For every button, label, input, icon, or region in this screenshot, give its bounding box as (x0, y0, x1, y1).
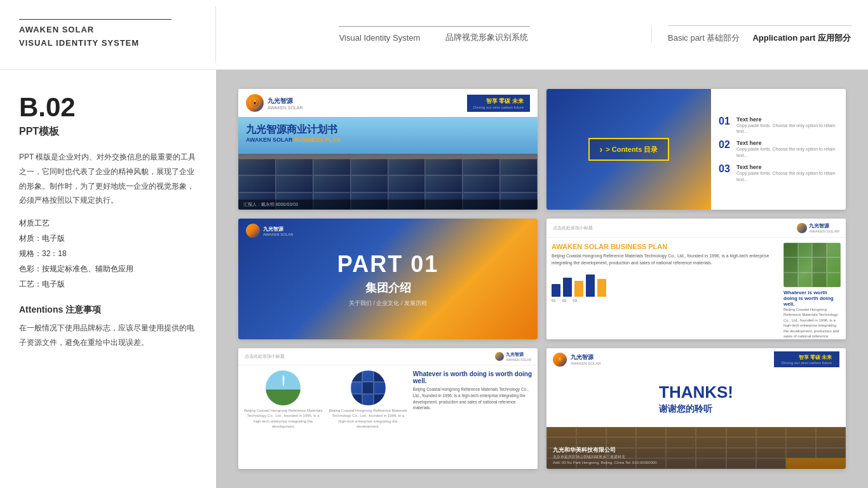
bar-4 (586, 274, 595, 297)
header-center: Visual Identity System 品牌视觉形象识别系统 (216, 26, 652, 43)
slide1-banner-sub: Driving our zero carbon future (473, 105, 524, 109)
slide4-main-title: AWAKEN SOLAR BUSINESS PLAN (552, 243, 778, 250)
contents-item3-text: Text here Copy paste fonts. Choose the o… (736, 164, 838, 183)
slide5-person2: Beijing Coastal Hongrong Reference Mater… (328, 370, 407, 464)
part-label: PART 01 (337, 251, 438, 278)
slide4-logo-en: AWAKEN SOLAR (809, 229, 839, 233)
nav-brand-system[interactable]: 品牌视觉形象识别系统 (445, 32, 528, 43)
slide6-banner: 智享 零碳 未来 Driving our zero carbon future (774, 351, 839, 367)
section-title: PPT模板 (19, 125, 197, 139)
header-center-nav: Visual Identity System 品牌视觉形象识别系统 (339, 32, 529, 43)
aerial-grid (783, 243, 841, 287)
slide4-text-col: AWAKEN SOLAR BUSINESS PLAN Beijing Coast… (552, 243, 778, 339)
material-type: 材质：电子版 (19, 231, 197, 246)
slide6-footer: 九光和华美科技有限公司 北京市延庆区张山营镇刘斌堡乡三道梁村北 Add: 00 … (546, 427, 846, 470)
material-size: 规格：32：18 (19, 246, 197, 261)
nav-visual-identity[interactable]: Visual Identity System (339, 33, 421, 43)
header-right-nav: Basic part 基础部分 Application part 应用部分 (668, 32, 852, 44)
slide1-header: 九光智源 AWAKEN SOLAR 智享 零碳 未来 Driving our z… (238, 89, 538, 117)
part-nav: 关于我们 / 企业文化 / 发展历程 (349, 299, 427, 308)
slide5-person1: ✳ Beijing Coastal Hongrong Reference Mat… (243, 370, 323, 464)
header-right-container: Basic part 基础部分 Application part 应用部分 (652, 25, 868, 44)
section-desc: PPT 模版是企业对内、对外交换信息的最重要的工具之一，它同时也代表了企业的精神… (19, 150, 197, 208)
slide-bp-detail: 点击此处添加小标题 九光智源 AWAKEN SOLAR AWAKEN SOLAR (546, 219, 846, 339)
slide5-logo-cn: 九光智源 (506, 351, 531, 358)
slide-thanks: 九光智源 AWAKEN SOLAR 智享 零碳 未来 Driving our z… (546, 348, 846, 469)
slide4-legend: 01 02 03 (552, 299, 778, 302)
slide5-content: ✳ Beijing Coastal Hongrong Reference Mat… (238, 365, 538, 469)
slide4-logo-icon (797, 223, 807, 233)
arrow-icon: › (600, 144, 603, 154)
slide1-logo: 九光智源 AWAKEN SOLAR (246, 94, 303, 112)
slide-business-plan-cover: 九光智源 AWAKEN SOLAR 智享 零碳 未来 Driving our z… (238, 89, 538, 210)
bar-1 (552, 284, 560, 297)
slide4-header: 点击此处添加小标题 九光智源 AWAKEN SOLAR (546, 219, 846, 238)
header-center-line (339, 26, 529, 27)
header-right-line (668, 25, 852, 26)
material-color: 色彩：按规定标准色、辅助色应用 (19, 261, 197, 276)
slide1-image-area: 九光智源商业计划书 AWAKEN SOLAR BUSINESS PLAN (238, 117, 538, 210)
slide1-title-area: 九光智源商业计划书 AWAKEN SOLAR BUSINESS PLAN (246, 123, 341, 143)
bar-5 (597, 279, 606, 297)
header-divider (19, 19, 172, 20)
contents-item-1: 01 Text here Copy paste fonts. Choose th… (719, 116, 838, 135)
slide3-logo-icon (246, 224, 260, 238)
header-left: AWAKEN SOLAR VISUAL IDENTITY SYSTEM (0, 6, 216, 63)
contents-item2-text: Text here Copy paste fonts. Choose the o… (736, 140, 838, 159)
slide4-content: AWAKEN SOLAR BUSINESS PLAN Beijing Coast… (546, 238, 846, 339)
slide1-banner: 智享 零碳 未来 Driving our zero carbon future (467, 95, 530, 112)
slide6-header: 九光智源 AWAKEN SOLAR 智享 零碳 未来 Driving our z… (546, 348, 846, 370)
slide1-footer: 汇报人：戴永明 8000/03/03 (238, 200, 538, 210)
slide6-middle: THANKS! 谢谢您的聆听 (546, 370, 846, 427)
slide5-logo: 九光智源 AWAKEN SOLAR (495, 351, 531, 362)
slide5-person1-text: Beijing Coastal Hongrong Reference Mater… (243, 408, 323, 430)
slide6-logo-text: 九光智源 AWAKEN SOLAR (571, 353, 601, 365)
contents-button: › > Contents 目录 (588, 138, 670, 161)
main-content: B.02 PPT模板 PPT 模版是企业对内、对外交换信息的最重要的工具之一，它… (0, 70, 868, 488)
slide2-left: › > Contents 目录 (546, 89, 711, 210)
contents-item1-text: Text here Copy paste fonts. Choose the o… (736, 116, 838, 135)
slide4-logo: 九光智源 AWAKEN SOLAR (797, 222, 839, 233)
bar-2 (563, 278, 572, 297)
part-subtitle: 集团介绍 (365, 280, 411, 295)
slide5-main-text: Whatever is worth doing is worth doing w… (413, 370, 532, 464)
attentions-desc: 在一般情况下使用品牌标志，应该尽量使用提供的电子资源文件，避免在重绘中出现误差。 (19, 321, 197, 350)
slide-part01: 九光智源 AWAKEN SOLAR PART 01 集团介绍 关于我们 / 企业… (238, 219, 538, 339)
slide1-logo-text: 九光智源 AWAKEN SOLAR (268, 97, 303, 110)
slide3-logo-area: 九光智源 AWAKEN SOLAR (246, 224, 294, 238)
contents-item-2: 02 Text here Copy paste fonts. Choose th… (719, 140, 838, 159)
contents-item-3: 03 Text here Copy paste fonts. Choose th… (719, 164, 838, 183)
svg-point-1 (254, 102, 256, 104)
material-info: 材质工艺 材质：电子版 规格：32：18 色彩：按规定标准色、辅助色应用 工艺：… (19, 215, 197, 292)
slide3-logo: 九光智源 AWAKEN SOLAR (246, 224, 294, 238)
company-name: AWAKEN SOLAR VISUAL IDENTITY SYSTEM (19, 24, 196, 50)
slide4-aerial-img (783, 243, 841, 287)
section-code: B.02 (19, 92, 197, 123)
slide1-banner-text: 智享 零碳 未来 (473, 97, 524, 105)
slide1-title-en: AWAKEN SOLAR BUSINESS PLAN (246, 137, 341, 143)
slides-area: 九光智源 AWAKEN SOLAR 智享 零碳 未来 Driving our z… (216, 70, 868, 488)
slide4-image-col: Whatever is worth doing is worth doing w… (783, 243, 841, 339)
slide3-logo-cn: 九光智源 (263, 226, 294, 233)
slide4-logo-cn: 九光智源 (809, 222, 839, 229)
slide6-logo-icon (553, 353, 567, 367)
attentions-title: Attentions 注意事项 (19, 304, 197, 316)
sidebar: B.02 PPT模板 PPT 模版是企业对内、对外交换信息的最重要的工具之一，它… (0, 70, 216, 488)
slide5-person2-text: Beijing Coastal Hongrong Reference Mater… (328, 408, 407, 430)
slide5-person2-img (351, 370, 386, 405)
header: AWAKEN SOLAR VISUAL IDENTITY SYSTEM Visu… (0, 0, 868, 70)
material-craft: 工艺：电子版 (19, 276, 197, 292)
slide4-right-text: Whatever is worth doing is worth doing w… (783, 290, 841, 339)
slide2-right: 01 Text here Copy paste fonts. Choose th… (711, 89, 846, 210)
slide6-logo: 九光智源 AWAKEN SOLAR (553, 353, 601, 367)
material-title: 材质工艺 (19, 215, 197, 231)
slide-contents: › > Contents 目录 01 Text here Copy paste … (546, 89, 846, 210)
slide5-subtitle: 点击此处添加小标题 (245, 353, 285, 360)
slide1-logo-icon (246, 94, 264, 112)
nav-application-part[interactable]: Application part 应用部分 (752, 32, 851, 44)
slide5-logo-icon (495, 352, 504, 361)
windmill-blades: ✳ (281, 376, 286, 383)
nav-basic-part[interactable]: Basic part 基础部分 (668, 32, 740, 44)
slide4-bar-chart (552, 271, 778, 297)
bar-3 (574, 281, 583, 297)
